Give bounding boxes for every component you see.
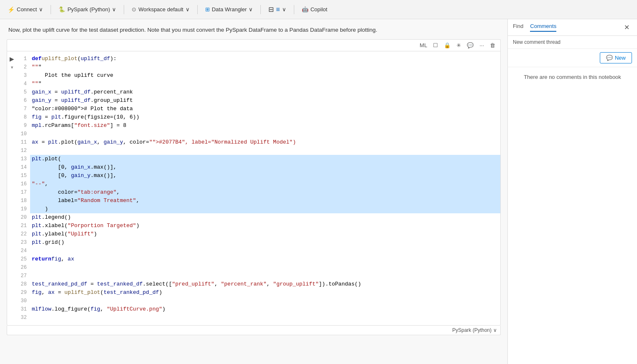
topbar: ⚡ Connect ∨ 🐍 PySpark (Python) ∨ ⊙ Works… — [0, 0, 637, 19]
cell-footer: PySpark (Python) ∨ — [7, 326, 501, 335]
separator-1 — [51, 5, 51, 14]
data-wrangler-label: Data Wrangler — [212, 6, 247, 13]
separator-2 — [124, 5, 124, 14]
delete-button[interactable]: 🗑 — [488, 41, 497, 49]
new-comment-icon: 💬 — [606, 55, 613, 61]
code-cell: ▶ ▾ 123456789101112131415161718192021222… — [7, 51, 501, 326]
code-line: plt.legend() — [30, 213, 500, 222]
footer-chevron-icon: ∨ — [493, 327, 497, 333]
sidebar: Find Comments ✕ New comment thread 💬 New… — [507, 19, 637, 364]
sidebar-header: Find Comments ✕ — [508, 19, 637, 36]
code-line — [30, 313, 500, 322]
select-button[interactable]: ☐ — [431, 41, 440, 49]
code-line: label="Random Treatment", — [30, 197, 500, 205]
code-line: ax = plt.plot(gain_x, gain_y, color="">#… — [30, 138, 500, 147]
connect-chevron-icon: ∨ — [39, 6, 43, 13]
code-line: gain_y = uplift_df.group_uplift — [30, 96, 500, 105]
code-line: "--", — [30, 180, 500, 188]
copilot-icon: 🤖 — [302, 6, 308, 13]
new-comment-button[interactable]: 💬 New — [600, 52, 632, 63]
copilot-button[interactable]: 🤖 Copilot — [298, 3, 331, 16]
code-line: gain_x = uplift_df.percent_rank — [30, 88, 500, 96]
code-line: def uplift_plot(uplift_df): — [30, 55, 500, 63]
connect-label: Connect — [17, 6, 37, 13]
sidebar-close-button[interactable]: ✕ — [622, 23, 632, 32]
data-wrangler-button[interactable]: ⊞ Data Wrangler ∨ — [201, 3, 257, 16]
collapse-button[interactable]: ▾ — [11, 65, 13, 70]
run-button[interactable]: ▶ — [9, 55, 15, 63]
line-numbers: 1234567891011121314151617181920212223242… — [17, 51, 30, 325]
tab-find[interactable]: Find — [513, 23, 523, 32]
workspace-button[interactable]: ⊙ Workspace default ∨ — [127, 3, 194, 16]
workspace-label: Workspace default — [138, 6, 183, 13]
notebook-area[interactable]: Now, plot the uplift curve for the test … — [0, 19, 507, 364]
layout-icon2: ≡ — [276, 6, 280, 13]
code-line: [0, gain_x.max()], — [30, 163, 500, 172]
lock-button[interactable]: 🔒 — [442, 41, 452, 49]
footer-kernel-label: PySpark (Python) — [452, 327, 492, 333]
code-line: return fig, ax — [30, 255, 500, 263]
code-line — [30, 263, 500, 272]
code-line: plt.xlabel("Porportion Targeted") — [30, 222, 500, 230]
separator-3 — [197, 5, 198, 14]
cell-run-controls: ▶ ▾ — [7, 51, 17, 325]
code-line: plt.grid() — [30, 238, 500, 247]
code-line — [30, 272, 500, 280]
code-line: mlflow.log_figure(fig, "UpliftCurve.png"… — [30, 305, 500, 313]
layout-icon: ⊟ — [268, 5, 274, 13]
code-line: fig = plt.figure(figsize=(10, 6)) — [30, 113, 500, 121]
code-line — [30, 130, 500, 138]
cell-wrapper: ML ☐ 🔒 ✳ 💬 ··· 🗑 ▶ ▾ 1234567891011121314… — [7, 39, 501, 335]
tab-comments[interactable]: Comments — [530, 23, 556, 32]
data-wrangler-icon: ⊞ — [205, 6, 210, 13]
data-wrangler-chevron-icon: ∨ — [249, 6, 253, 13]
code-line: "color:#008000"># Plot the data — [30, 105, 500, 113]
separator-5 — [294, 5, 294, 14]
separator-4 — [260, 5, 261, 14]
code-line: mpl.rcParams["font.size"] = 8 — [30, 121, 500, 130]
comment-button[interactable]: 💬 — [465, 41, 475, 49]
new-comment-thread-label: New comment thread — [508, 36, 637, 49]
workspace-chevron-icon: ∨ — [186, 6, 190, 13]
new-comment-label: New — [615, 55, 626, 61]
kernel-label: PySpark (Python) — [67, 6, 110, 13]
main-container: Now, plot the uplift curve for the test … — [0, 19, 637, 364]
code-line — [30, 247, 500, 255]
code-line: Plot the uplift curve — [30, 71, 500, 80]
code-line: """ — [30, 80, 500, 88]
copilot-label: Copilot — [311, 6, 327, 13]
no-comments-text: There are no comments in this notebook — [508, 67, 637, 87]
kernel-icon: 🐍 — [59, 6, 65, 13]
code-content[interactable]: def uplift_plot(uplift_df): """ Plot the… — [30, 51, 500, 325]
connect-icon: ⚡ — [8, 6, 15, 13]
code-line: plt.ylabel("Uplift") — [30, 230, 500, 238]
new-btn-container: 💬 New — [508, 49, 637, 67]
code-line: fig, ax = uplift_plot(test_ranked_pd_df) — [30, 288, 500, 297]
layout-button[interactable]: ⊟ ≡ ∨ — [264, 3, 290, 16]
code-line: test_ranked_pd_df = test_ranked_df.selec… — [30, 280, 500, 288]
code-line: color="tab:orange", — [30, 188, 500, 197]
cell-toolbar: ML ☐ 🔒 ✳ 💬 ··· 🗑 — [7, 39, 501, 51]
asterisk-button[interactable]: ✳ — [455, 41, 463, 49]
code-line: """ — [30, 63, 500, 71]
workspace-icon: ⊙ — [132, 6, 136, 13]
kernel-chevron-icon: ∨ — [112, 6, 116, 13]
code-line — [30, 147, 500, 155]
layout-chevron-icon: ∨ — [282, 6, 286, 13]
kernel-button[interactable]: 🐍 PySpark (Python) ∨ — [54, 3, 120, 16]
more-button[interactable]: ··· — [478, 41, 486, 49]
code-line: ) — [30, 205, 500, 213]
code-line — [30, 297, 500, 305]
code-line: [0, gain_y.max()], — [30, 172, 500, 180]
connect-button[interactable]: ⚡ Connect ∨ — [3, 3, 47, 16]
cell-description: Now, plot the uplift curve for the test … — [7, 26, 507, 34]
sidebar-tabs: Find Comments — [513, 23, 556, 32]
ml-button[interactable]: ML — [418, 41, 429, 49]
code-line: plt.plot( — [30, 155, 500, 163]
